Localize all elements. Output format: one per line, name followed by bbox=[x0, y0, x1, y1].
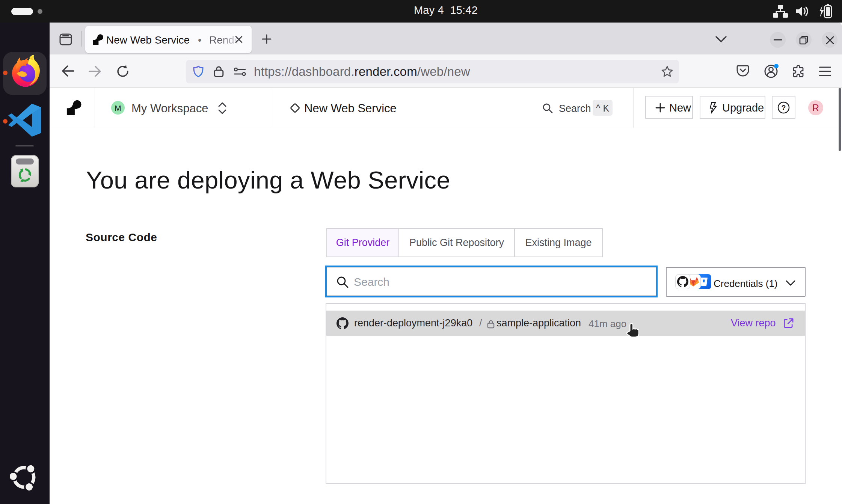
svg-text:?: ? bbox=[782, 104, 786, 112]
